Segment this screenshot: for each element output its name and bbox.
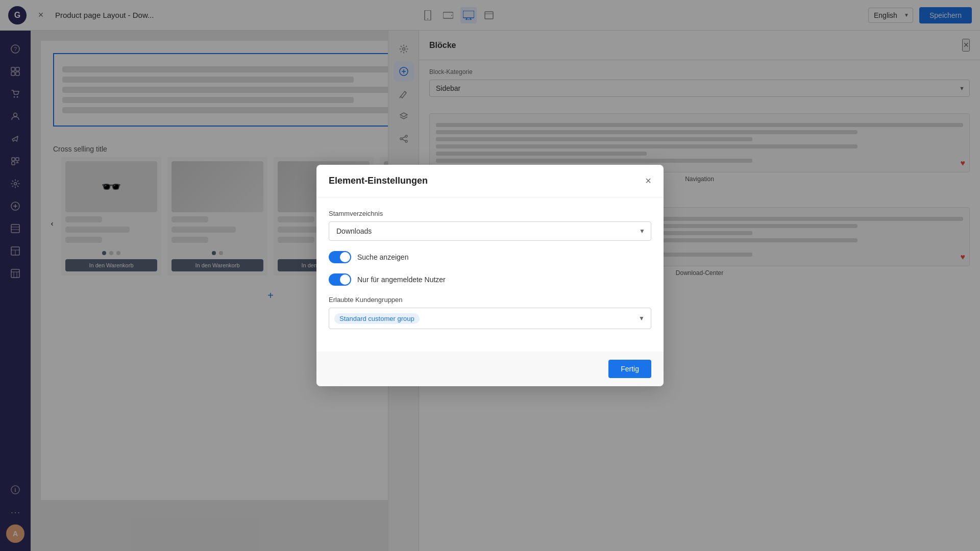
customer-group-tag: Standard customer group bbox=[334, 313, 420, 324]
suche-label: Suche anzeigen bbox=[357, 253, 408, 261]
modal-close-button[interactable]: × bbox=[645, 175, 651, 187]
stammverzeichnis-select-wrapper: Downloads Documents Images ▼ bbox=[329, 221, 651, 241]
modal-overlay[interactable]: Element-Einstellungen × Stammverzeichnis… bbox=[0, 0, 980, 551]
customer-group-tag-text: Standard customer group bbox=[339, 315, 414, 322]
nur-label: Nur für angemeldete Nutzer bbox=[357, 276, 446, 284]
modal-body: Stammverzeichnis Downloads Documents Ima… bbox=[316, 197, 664, 352]
suche-toggle-knob bbox=[340, 252, 350, 262]
kundengruppen-label: Erlaubte Kundengruppen bbox=[329, 296, 651, 304]
kundengruppen-chevron-icon: ▼ bbox=[639, 315, 645, 322]
submit-button[interactable]: Fertig bbox=[608, 360, 651, 378]
nur-toggle[interactable] bbox=[329, 273, 351, 286]
modal-header: Element-Einstellungen × bbox=[316, 165, 664, 197]
modal-footer: Fertig bbox=[316, 352, 664, 386]
stammverzeichnis-label: Stammverzeichnis bbox=[329, 210, 651, 217]
stammverzeichnis-select[interactable]: Downloads Documents Images bbox=[329, 221, 651, 241]
suche-toggle[interactable] bbox=[329, 251, 351, 263]
nur-toggle-row: Nur für angemeldete Nutzer bbox=[329, 273, 651, 286]
nur-toggle-knob bbox=[340, 274, 350, 285]
modal-title: Element-Einstellungen bbox=[329, 176, 428, 186]
kundengruppen-input[interactable]: Standard customer group ▼ bbox=[329, 308, 651, 329]
stammverzeichnis-group: Stammverzeichnis Downloads Documents Ima… bbox=[329, 210, 651, 241]
element-settings-modal: Element-Einstellungen × Stammverzeichnis… bbox=[316, 165, 664, 386]
suche-toggle-row: Suche anzeigen bbox=[329, 251, 651, 263]
kundengruppen-group: Erlaubte Kundengruppen Standard customer… bbox=[329, 296, 651, 329]
